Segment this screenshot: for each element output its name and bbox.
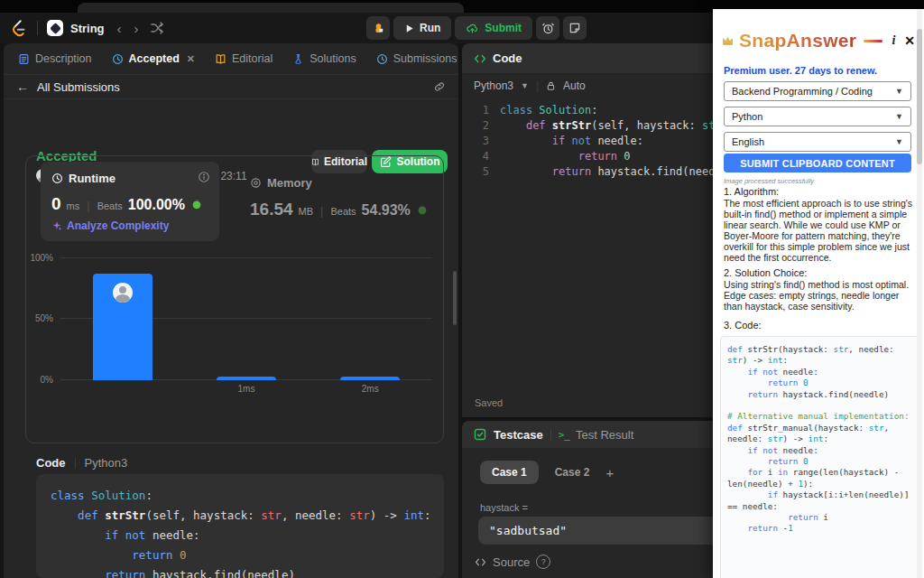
- close-icon[interactable]: ✕: [904, 33, 915, 48]
- tab-submissions-label: Submissions: [393, 52, 457, 65]
- history-clock-icon: [376, 53, 388, 65]
- leetcode-logo-icon[interactable]: [8, 18, 28, 38]
- tab-editorial[interactable]: Editorial: [209, 52, 278, 65]
- y-tick-0: 0%: [26, 375, 53, 385]
- tab-accepted[interactable]: Accepted ✕: [106, 52, 201, 65]
- next-problem-button[interactable]: ›: [134, 22, 139, 35]
- section-1-heading: 1. Algorithm:: [724, 186, 779, 197]
- snapanswer-header: SnapAnswer i ✕: [722, 27, 915, 54]
- back-arrow-icon[interactable]: ←: [16, 79, 29, 94]
- tab-solutions[interactable]: Solutions: [287, 52, 361, 65]
- header-divider: [37, 21, 38, 35]
- source-link[interactable]: Source: [493, 555, 530, 569]
- user-avatar-marker: [113, 283, 133, 303]
- section-3-heading: 3. Code:: [724, 320, 762, 331]
- runtime-bar-1ms[interactable]: [217, 377, 276, 380]
- apple-icon: [190, 198, 203, 210]
- runtime-card-title: Runtime: [51, 172, 116, 185]
- prev-problem-button[interactable]: ‹: [117, 22, 122, 35]
- screen: String ‹ › Run: [0, 0, 924, 578]
- saved-indicator: Saved: [475, 397, 503, 408]
- analyze-complexity-link[interactable]: Analyze Complexity: [51, 219, 169, 232]
- history-clock-icon: [112, 53, 124, 65]
- submission-panel: Description Accepted ✕ Editorial: [4, 43, 458, 578]
- terminal-icon: >_: [559, 429, 570, 441]
- runtime-bar-2ms[interactable]: [340, 377, 400, 380]
- y-tick-100: 100%: [26, 253, 53, 263]
- section-2-body: Using string's find() method is most opt…: [724, 279, 915, 312]
- notes-button[interactable]: [563, 16, 587, 40]
- code-line: return -1: [727, 523, 913, 534]
- all-submissions-label[interactable]: All Submissions: [37, 80, 120, 94]
- run-button[interactable]: Run: [393, 16, 451, 40]
- play-icon: [404, 23, 414, 33]
- submit-clipboard-button[interactable]: SUBMIT CLIPBOARD CONTENT: [724, 154, 911, 172]
- left-panel-scrollbar[interactable]: [453, 271, 457, 325]
- tab-submissions[interactable]: Submissions: [371, 52, 458, 65]
- tab-description[interactable]: Description: [13, 52, 97, 65]
- memory-chip-icon: [250, 177, 262, 189]
- runtime-values: 0 ms | Beats 100.00%: [51, 194, 203, 214]
- auto-toggle[interactable]: Auto: [563, 79, 586, 92]
- panel-tabs: Description Accepted ✕ Editorial: [4, 43, 458, 75]
- chevron-down-icon: ▼: [521, 81, 529, 90]
- language-dropdown[interactable]: Python▼: [724, 107, 911, 126]
- info-icon[interactable]: [198, 171, 210, 183]
- code-line: if not needle:: [727, 367, 913, 378]
- x-tick-1ms: 1ms: [238, 384, 255, 394]
- runtime-unit: ms: [67, 200, 80, 211]
- runtime-card[interactable]: Runtime 0 ms | Beats 100.00%: [41, 162, 219, 241]
- submit-label: Submit: [485, 22, 522, 34]
- memory-card[interactable]: Memory 16.54 MB | Beats 54.93%: [239, 162, 429, 241]
- submission-code-block: class Solution: def strStr(self, haystac…: [36, 474, 444, 578]
- info-icon[interactable]: i: [892, 33, 895, 48]
- sparkle-icon: [51, 220, 62, 231]
- clock-icon: [51, 172, 63, 184]
- tab-close-icon[interactable]: ✕: [187, 53, 195, 65]
- runtime-distribution-chart: 100% 50% 0% 1ms 2ms: [26, 257, 443, 409]
- language-selector[interactable]: Python3: [474, 79, 513, 92]
- shuffle-icon[interactable]: [150, 21, 164, 35]
- run-submit-group: Run Submit: [366, 16, 587, 40]
- problem-list-icon[interactable]: [47, 20, 63, 36]
- snapanswer-scroll-thumb[interactable]: [917, 29, 922, 164]
- category-dropdown[interactable]: Backend Programming / Coding▼: [724, 81, 911, 101]
- tab-accepted-label: Accepted: [129, 52, 180, 65]
- timer-button[interactable]: [536, 16, 559, 40]
- code-line: # Alternative manual implementation:: [727, 411, 913, 422]
- locale-dropdown[interactable]: English▼: [724, 132, 911, 152]
- crown-icon: [722, 31, 734, 51]
- code-section-language: Python3: [85, 456, 128, 470]
- code-line: if not needle:: [727, 445, 913, 456]
- code-brackets-icon: [475, 556, 486, 568]
- help-icon[interactable]: ?: [536, 555, 550, 569]
- link-icon[interactable]: [433, 80, 446, 93]
- beats-label: Beats: [330, 206, 356, 217]
- problem-list-label[interactable]: String: [70, 22, 105, 35]
- checkbox-check-icon: [474, 428, 486, 441]
- tab-test-result[interactable]: >_ Test Result: [559, 428, 634, 442]
- divider: [550, 429, 551, 441]
- debugger-button[interactable]: [366, 16, 390, 40]
- editor-panel-title: Code: [493, 51, 522, 65]
- runtime-chart-plot: 1ms 2ms: [60, 257, 432, 380]
- runtime-bar-0ms[interactable]: [93, 274, 152, 380]
- snapanswer-panel: SnapAnswer i ✕ Premium user. 27 days to …: [713, 9, 924, 578]
- divider: [75, 458, 76, 469]
- memory-beats-value: 54.93%: [362, 202, 411, 219]
- memory-card-title: Memory: [250, 176, 312, 190]
- tab-editorial-label: Editorial: [232, 52, 273, 65]
- case-2-tab[interactable]: Case 2: [555, 466, 590, 479]
- add-case-button[interactable]: +: [605, 465, 614, 480]
- code-line: [727, 400, 913, 411]
- code-line: class Solution:: [51, 486, 430, 506]
- submit-button[interactable]: Submit: [455, 16, 532, 40]
- run-label: Run: [420, 22, 440, 34]
- code-line: return 0: [727, 456, 913, 467]
- case-1-tab[interactable]: Case 1: [480, 461, 539, 484]
- code-section-label: Code: [36, 456, 66, 470]
- case-tabs: Case 1 Case 2 +: [480, 461, 614, 484]
- tab-testcase[interactable]: Testcase: [494, 428, 543, 442]
- code-brackets-icon: [474, 52, 486, 65]
- code-line: for i in range(len(haystack) - len(needl…: [727, 467, 913, 489]
